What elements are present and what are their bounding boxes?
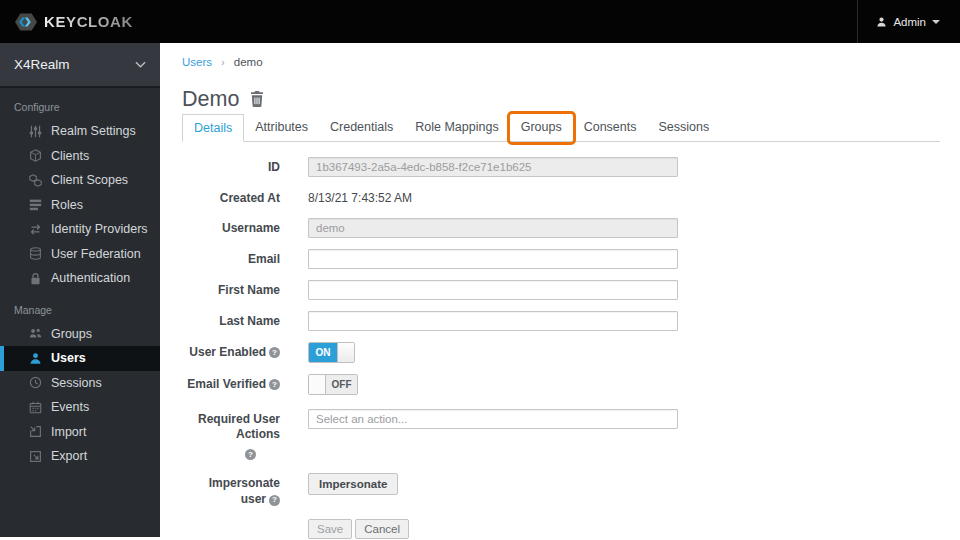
form-row-username: Username bbox=[182, 218, 940, 238]
field-label-text: User Enabled bbox=[189, 345, 266, 359]
cube-icon bbox=[29, 149, 42, 162]
toggle-on-label: ON bbox=[309, 343, 337, 362]
database-icon bbox=[29, 247, 42, 260]
keycloak-logo-text: KEYCLOAK bbox=[44, 13, 133, 30]
username-input bbox=[308, 218, 678, 238]
tab-sessions[interactable]: Sessions bbox=[647, 114, 720, 142]
field-label-text: Email Verified bbox=[187, 377, 266, 391]
sidebar-item-label: Sessions bbox=[51, 376, 102, 390]
field-label-text: First Name bbox=[218, 283, 280, 297]
field-label-text: Email bbox=[248, 252, 280, 266]
help-icon: ? bbox=[269, 379, 280, 390]
id-input bbox=[308, 157, 678, 177]
field-label-text: Username bbox=[222, 221, 280, 235]
last-name-input[interactable] bbox=[308, 311, 678, 331]
tab-details[interactable]: Details bbox=[182, 114, 244, 142]
sidebar-item-users[interactable]: Users bbox=[0, 346, 160, 371]
admin-user-menu[interactable]: Admin bbox=[857, 0, 946, 43]
tab-attributes[interactable]: Attributes bbox=[244, 114, 319, 142]
sidebar-item-user-federation[interactable]: User Federation bbox=[0, 242, 160, 267]
chevron-down-icon bbox=[135, 61, 146, 68]
field-label: Email Verified? bbox=[182, 374, 280, 393]
cancel-button[interactable]: Cancel bbox=[355, 519, 409, 539]
field-label: First Name bbox=[182, 280, 280, 299]
form-actions-row: SaveCancel bbox=[182, 519, 940, 539]
breadcrumb: Users › demo bbox=[182, 56, 940, 70]
sidebar-item-authentication[interactable]: Authentication bbox=[0, 266, 160, 291]
keycloak-logo[interactable]: KEYCLOAK bbox=[14, 10, 133, 34]
field-label-text: Required User Actions bbox=[198, 412, 280, 442]
form-row-impersonate-user: Impersonate user?Impersonate bbox=[182, 473, 940, 507]
field-label: Last Name bbox=[182, 311, 280, 330]
sidebar-section-label: Manage bbox=[14, 304, 146, 316]
breadcrumb-users-link[interactable]: Users bbox=[182, 56, 212, 68]
sidebar-item-client-scopes[interactable]: Client Scopes bbox=[0, 168, 160, 193]
sidebar-item-sessions[interactable]: Sessions bbox=[0, 371, 160, 396]
list-icon bbox=[29, 198, 42, 211]
field-label: Email bbox=[182, 249, 280, 268]
sidebar-item-label: Roles bbox=[51, 198, 83, 212]
calendar-icon bbox=[29, 401, 42, 414]
field-label: User Enabled? bbox=[182, 342, 280, 361]
realm-selector[interactable]: X4Realm bbox=[0, 43, 160, 88]
keycloak-logo-icon bbox=[14, 10, 38, 34]
tab-role-mappings[interactable]: Role Mappings bbox=[404, 114, 509, 142]
clock-icon bbox=[29, 376, 42, 389]
user-icon bbox=[29, 352, 42, 365]
email-input[interactable] bbox=[308, 249, 678, 269]
exchange-arrows-icon bbox=[29, 223, 42, 236]
form-row-last-name: Last Name bbox=[182, 311, 940, 331]
lock-icon bbox=[29, 272, 42, 285]
cubes-icon bbox=[29, 174, 42, 187]
topbar: KEYCLOAK Admin bbox=[0, 0, 960, 43]
form-row-required-user-actions: Required User Actions? bbox=[182, 409, 940, 463]
sidebar-item-label: Groups bbox=[51, 327, 92, 341]
sliders-icon bbox=[29, 125, 42, 138]
sidebar-item-groups[interactable]: Groups bbox=[0, 322, 160, 347]
form-row-email-verified: Email Verified?OFF bbox=[182, 374, 940, 398]
sidebar-item-clients[interactable]: Clients bbox=[0, 144, 160, 169]
sidebar-item-label: Client Scopes bbox=[51, 173, 128, 187]
help-icon: ? bbox=[269, 495, 280, 506]
sidebar-item-import[interactable]: Import bbox=[0, 420, 160, 445]
group-icon bbox=[29, 327, 42, 340]
export-icon bbox=[29, 450, 42, 463]
sidebar-item-label: Import bbox=[51, 425, 86, 439]
sidebar-item-identity-providers[interactable]: Identity Providers bbox=[0, 217, 160, 242]
user-icon bbox=[876, 16, 887, 28]
form-row-id: ID bbox=[182, 157, 940, 177]
form-row-first-name: First Name bbox=[182, 280, 940, 300]
save-button[interactable]: Save bbox=[308, 519, 352, 539]
sidebar-item-roles[interactable]: Roles bbox=[0, 193, 160, 218]
user-details-form: IDCreated At8/13/21 7:43:52 AMUsernameEm… bbox=[182, 157, 940, 539]
required-user-actions-select[interactable] bbox=[308, 409, 678, 429]
tab-groups[interactable]: Groups bbox=[510, 114, 573, 142]
impersonate-button[interactable]: Impersonate bbox=[308, 473, 398, 495]
tab-credentials[interactable]: Credentials bbox=[319, 114, 404, 142]
chevron-down-icon bbox=[932, 20, 940, 24]
first-name-input[interactable] bbox=[308, 280, 678, 300]
tab-consents[interactable]: Consents bbox=[573, 114, 648, 142]
form-row-user-enabled: User Enabled?ON bbox=[182, 342, 940, 363]
user-enabled-toggle[interactable]: ON bbox=[308, 342, 355, 363]
form-row-email: Email bbox=[182, 249, 940, 269]
tab-bar: DetailsAttributesCredentialsRole Mapping… bbox=[182, 114, 940, 142]
sidebar-item-events[interactable]: Events bbox=[0, 395, 160, 420]
page-title: Demo bbox=[182, 87, 239, 112]
help-icon: ? bbox=[245, 449, 256, 460]
import-icon bbox=[29, 425, 42, 438]
sidebar-item-label: Identity Providers bbox=[51, 222, 148, 236]
field-label-text: Created At bbox=[220, 191, 280, 205]
breadcrumb-separator: › bbox=[221, 57, 224, 68]
sidebar-item-label: Events bbox=[51, 400, 89, 414]
delete-user-trash-icon[interactable] bbox=[250, 91, 264, 107]
field-label: Created At bbox=[182, 188, 280, 207]
sidebar-item-export[interactable]: Export bbox=[0, 444, 160, 469]
field-label: ID bbox=[182, 157, 280, 176]
field-label-text: ID bbox=[268, 160, 280, 174]
field-label: Impersonate user? bbox=[182, 473, 280, 507]
created-at-value: 8/13/21 7:43:52 AM bbox=[308, 188, 412, 205]
email-verified-toggle[interactable]: OFF bbox=[308, 374, 358, 395]
breadcrumb-current: demo bbox=[234, 56, 263, 68]
sidebar-item-realm-settings[interactable]: Realm Settings bbox=[0, 119, 160, 144]
